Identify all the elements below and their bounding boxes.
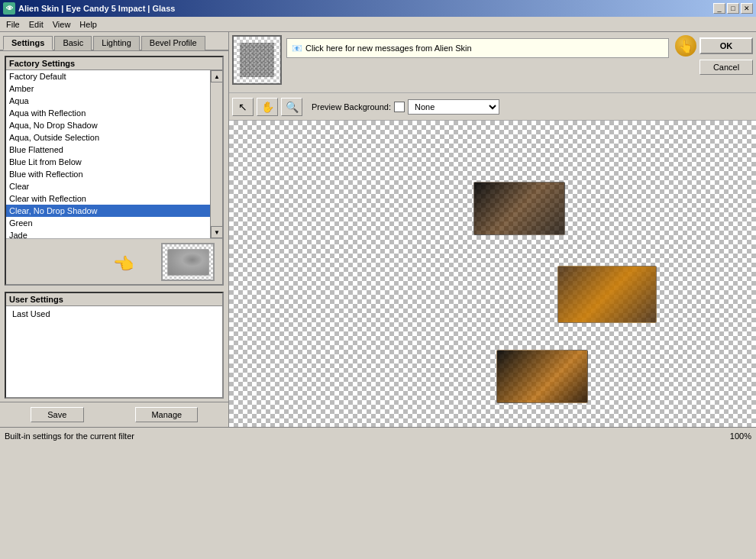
list-item[interactable]: Jade — [6, 229, 210, 238]
factory-settings-box: Factory Settings Factory Default Amber A… — [5, 56, 224, 286]
close-button[interactable]: ✕ — [741, 3, 753, 14]
menu-bar: File Edit View Help — [0, 17, 756, 32]
menu-edit[interactable]: Edit — [24, 18, 48, 31]
factory-settings-list-container: Factory Default Amber Aqua Aqua with Ref… — [6, 70, 222, 238]
left-panel: Settings Basic Lighting Bevel Profile Fa… — [0, 32, 229, 427]
bottom-buttons: Save Manage — [0, 402, 228, 427]
list-item[interactable]: Clear — [6, 180, 210, 192]
preview-thumbnail-area: 👈 — [6, 238, 222, 284]
glass-preview-1 — [473, 182, 565, 235]
thumbnail-content — [167, 249, 209, 276]
user-last-used[interactable]: Last Used — [9, 308, 219, 320]
title-bar: 👁 Alien Skin | Eye Candy 5 Impact | Glas… — [0, 0, 756, 17]
preview-canvas — [229, 121, 756, 427]
user-settings-header: User Settings — [6, 293, 222, 306]
background-select-area: None — [394, 99, 499, 115]
list-item[interactable]: Amber — [6, 82, 210, 95]
maximize-button[interactable]: □ — [727, 3, 739, 14]
list-item[interactable]: Clear with Reflection — [6, 192, 210, 205]
list-item[interactable]: Blue Flattened — [6, 144, 210, 156]
background-dropdown[interactable]: None — [408, 99, 499, 115]
content-area: Settings Basic Lighting Bevel Profile Fa… — [0, 32, 756, 427]
user-settings-label: User Settings — [9, 295, 63, 304]
list-item-selected[interactable]: Clear, No Drop Shadow — [6, 205, 210, 217]
preview-controls: ↖ ✋ 🔍 Preview Background: None — [229, 93, 756, 121]
factory-settings-header: Factory Settings — [6, 57, 222, 70]
app-icon: 👁 — [3, 2, 15, 15]
tab-lighting[interactable]: Lighting — [93, 36, 140, 50]
list-item[interactable]: Aqua, Outside Selection — [6, 131, 210, 144]
ok-cancel-area: 👆 OK Cancel — [675, 35, 753, 92]
thumbnail-pattern — [240, 43, 274, 77]
tab-basic[interactable]: Basic — [54, 36, 92, 50]
factory-settings-label: Factory Settings — [9, 59, 75, 68]
setting-preview-thumbnail — [161, 243, 215, 281]
menu-file[interactable]: File — [2, 18, 24, 31]
status-bar: Built-in settings for the current filter… — [0, 427, 756, 444]
glass-preview-2 — [557, 266, 657, 323]
scroll-down-arrow[interactable]: ▼ — [211, 226, 223, 238]
glass-preview-3 — [496, 350, 588, 403]
cancel-button[interactable]: Cancel — [699, 60, 753, 75]
hand-pointer-icon: 👈 — [113, 254, 134, 274]
message-bar[interactable]: 📧 Click here for new messages from Alien… — [286, 38, 669, 58]
scroll-up-arrow[interactable]: ▲ — [211, 70, 223, 82]
save-button[interactable]: Save — [31, 407, 84, 422]
manage-button[interactable]: Manage — [135, 407, 198, 422]
factory-settings-scrollbar[interactable]: ▲ ▼ — [210, 70, 222, 238]
status-text: Built-in settings for the current filter — [5, 431, 134, 441]
tab-settings[interactable]: Settings — [3, 36, 53, 50]
message-text: Click here for new messages from Alien S… — [305, 44, 472, 53]
ok-icon: 👆 — [675, 35, 696, 57]
list-item[interactable]: Green — [6, 217, 210, 229]
message-icon: 📧 — [292, 44, 302, 53]
list-item[interactable]: Factory Default — [6, 70, 210, 82]
factory-settings-list[interactable]: Factory Default Amber Aqua Aqua with Ref… — [6, 70, 210, 238]
minimize-button[interactable]: _ — [713, 3, 725, 14]
title-text: Alien Skin | Eye Candy 5 Impact | Glass — [18, 4, 713, 13]
cursor-tool-button[interactable]: ↖ — [232, 98, 254, 116]
list-item[interactable]: Aqua with Reflection — [6, 107, 210, 119]
list-item[interactable]: Blue with Reflection — [6, 168, 210, 180]
background-label: Preview Background: — [312, 102, 391, 111]
ok-button[interactable]: OK — [699, 37, 753, 54]
menu-help[interactable]: Help — [75, 18, 102, 31]
color-swatch — [394, 102, 405, 112]
window-controls: _ □ ✕ — [713, 3, 753, 14]
tab-bevel-profile[interactable]: Bevel Profile — [141, 36, 205, 50]
list-item[interactable]: Blue Lit from Below — [6, 156, 210, 168]
tabs-row: Settings Basic Lighting Bevel Profile — [0, 32, 228, 51]
preview-header: 📧 Click here for new messages from Alien… — [229, 32, 756, 93]
right-panel: 📧 Click here for new messages from Alien… — [229, 32, 756, 427]
list-item[interactable]: Aqua — [6, 95, 210, 107]
ok-row: 👆 OK — [675, 35, 753, 57]
main-thumbnail — [232, 35, 282, 85]
zoom-tool-button[interactable]: 🔍 — [281, 98, 302, 116]
list-item[interactable]: Aqua, No Drop Shadow — [6, 119, 210, 131]
menu-view[interactable]: View — [48, 18, 76, 31]
hand-tool-button[interactable]: ✋ — [257, 98, 278, 116]
zoom-level: 100% — [730, 431, 751, 441]
user-settings-content: Last Used — [6, 306, 222, 397]
user-settings-box: User Settings Last Used — [5, 292, 224, 399]
